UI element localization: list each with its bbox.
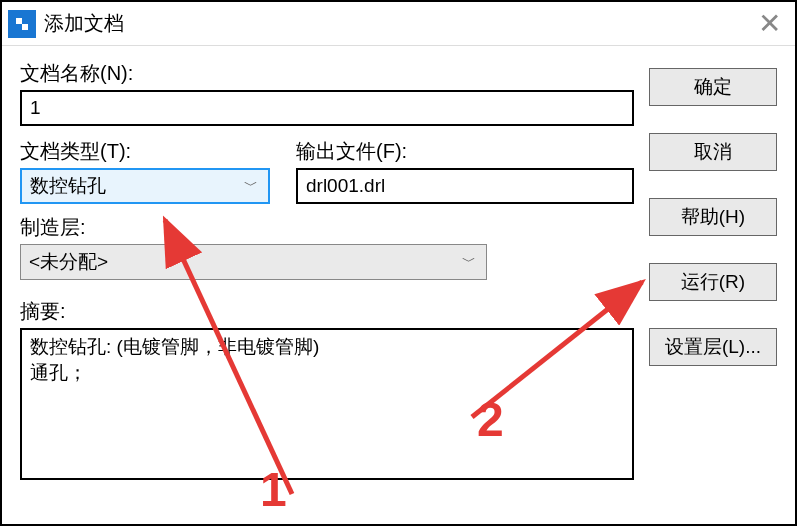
window-title: 添加文档 — [44, 10, 749, 37]
doc-name-label: 文档名称(N): — [20, 60, 635, 87]
chevron-down-icon: ﹀ — [244, 177, 258, 195]
help-button[interactable]: 帮助(H) — [649, 198, 777, 236]
close-icon[interactable]: ✕ — [749, 4, 789, 44]
summary-label: 摘要: — [20, 298, 635, 325]
chevron-down-icon: ﹀ — [462, 253, 476, 271]
cancel-button[interactable]: 取消 — [649, 133, 777, 171]
summary-row: 摘要: 数控钻孔: (电镀管脚，非电镀管脚) 通孔； — [20, 298, 635, 480]
output-file-input[interactable] — [296, 168, 634, 204]
button-column: 确定 取消 帮助(H) 运行(R) 设置层(L)... — [649, 68, 777, 393]
summary-textarea[interactable]: 数控钻孔: (电镀管脚，非电镀管脚) 通孔； — [20, 328, 634, 480]
doc-type-col: 文档类型(T): 数控钻孔 ﹀ — [20, 138, 270, 204]
ok-button[interactable]: 确定 — [649, 68, 777, 106]
output-file-col: 输出文件(F): — [296, 138, 634, 204]
set-layers-button[interactable]: 设置层(L)... — [649, 328, 777, 366]
run-button[interactable]: 运行(R) — [649, 263, 777, 301]
app-icon — [8, 10, 36, 38]
left-column: 文档名称(N): 文档类型(T): 数控钻孔 ﹀ 输出文件(F): 制造层: — [20, 60, 635, 480]
mfg-layer-row: 制造层: <未分配> ﹀ — [20, 214, 635, 280]
mfg-layer-select[interactable]: <未分配> ﹀ — [20, 244, 487, 280]
doc-type-select[interactable]: 数控钻孔 ﹀ — [20, 168, 270, 204]
type-output-row: 文档类型(T): 数控钻孔 ﹀ 输出文件(F): — [20, 138, 635, 204]
mfg-layer-label: 制造层: — [20, 214, 635, 241]
output-file-label: 输出文件(F): — [296, 138, 634, 165]
dialog-window: 添加文档 ✕ 文档名称(N): 文档类型(T): 数控钻孔 ﹀ 输出文件(F): — [0, 0, 797, 526]
doc-type-label: 文档类型(T): — [20, 138, 270, 165]
doc-type-value: 数控钻孔 — [30, 173, 106, 199]
dialog-content: 文档名称(N): 文档类型(T): 数控钻孔 ﹀ 输出文件(F): 制造层: — [2, 46, 795, 524]
titlebar: 添加文档 ✕ — [2, 2, 795, 46]
doc-name-input[interactable] — [20, 90, 634, 126]
mfg-layer-value: <未分配> — [29, 249, 108, 275]
